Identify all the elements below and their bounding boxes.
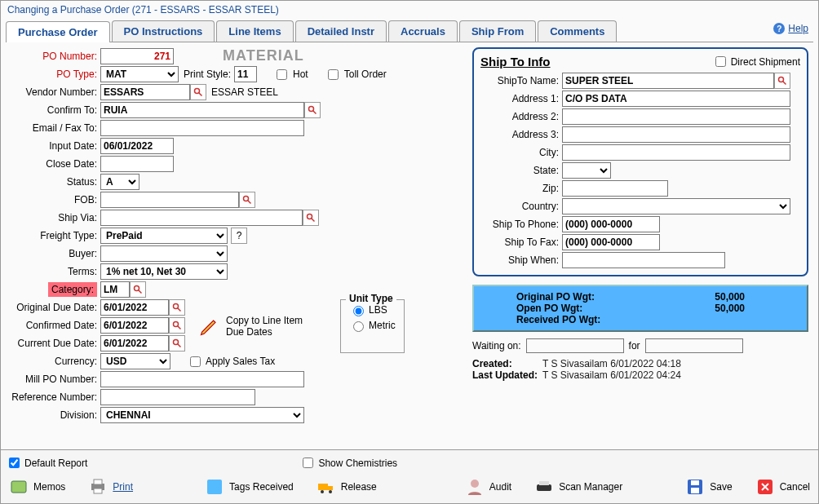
orig-due-input[interactable] bbox=[100, 299, 169, 316]
toll-checkbox[interactable] bbox=[328, 69, 339, 80]
help-label: Help bbox=[788, 23, 808, 34]
print-button[interactable]: Print bbox=[85, 475, 136, 498]
magnifier-icon bbox=[172, 303, 182, 312]
default-report-checkbox[interactable] bbox=[9, 458, 20, 468]
direct-shipment-checkbox-label[interactable]: Direct Shipment bbox=[712, 54, 800, 69]
magnifier-icon bbox=[306, 213, 316, 223]
svg-rect-23 bbox=[318, 484, 328, 490]
waiting-on-input[interactable] bbox=[526, 338, 624, 353]
shipto-zip-input[interactable] bbox=[562, 180, 668, 197]
shipto-when-input[interactable] bbox=[562, 252, 725, 268]
freight-type-label: Freight Type: bbox=[6, 230, 100, 241]
audit-button[interactable]: Audit bbox=[462, 475, 515, 498]
tags-received-button[interactable]: Tags Received bbox=[201, 475, 297, 498]
tab-comments[interactable]: Comments bbox=[538, 20, 617, 42]
terms-select[interactable]: 1% net 10, Net 30 bbox=[100, 263, 228, 280]
svg-point-12 bbox=[174, 322, 179, 327]
open-wgt-value: 50,000 bbox=[715, 303, 745, 314]
fob-lookup-button[interactable] bbox=[239, 192, 255, 208]
curr-due-lookup-button[interactable] bbox=[169, 335, 185, 351]
freight-type-select[interactable]: PrePaid bbox=[100, 228, 228, 244]
magnifier-icon bbox=[308, 105, 317, 115]
shipto-addr1-input[interactable] bbox=[562, 91, 790, 107]
orig-due-lookup-button[interactable] bbox=[169, 299, 185, 316]
memos-button[interactable]: Memos bbox=[6, 475, 69, 498]
scan-manager-button[interactable]: Scan Manager bbox=[531, 475, 626, 498]
bottom-toolbar: Default Report Show Chemistries Memos Pr… bbox=[1, 449, 818, 503]
conf-date-input[interactable] bbox=[100, 317, 169, 334]
release-button[interactable]: Release bbox=[313, 475, 380, 498]
shipto-fax-input[interactable] bbox=[562, 234, 660, 250]
shipto-addr3-input[interactable] bbox=[562, 126, 790, 143]
hot-checkbox[interactable] bbox=[277, 69, 287, 80]
currency-select[interactable]: USD bbox=[100, 353, 170, 369]
ship-via-lookup-button[interactable] bbox=[303, 210, 319, 226]
division-label: Division: bbox=[6, 409, 100, 421]
ship-via-input[interactable] bbox=[100, 210, 303, 226]
help-link[interactable]: ? Help bbox=[773, 23, 808, 34]
unit-metric-radio[interactable]: Metric bbox=[349, 319, 396, 332]
freight-help-button[interactable]: ? bbox=[231, 228, 247, 244]
shipto-name-lookup-button[interactable] bbox=[774, 73, 790, 89]
confirm-to-input[interactable] bbox=[100, 102, 304, 118]
magnifier-icon bbox=[172, 338, 182, 348]
toll-checkbox-label[interactable]: Toll Order bbox=[325, 67, 387, 82]
status-select[interactable]: A bbox=[100, 174, 139, 190]
buyer-select[interactable] bbox=[100, 245, 228, 262]
window-title: Changing a Purchase Order (271 - ESSARS … bbox=[1, 1, 818, 19]
orig-due-label: Original Due Date: bbox=[6, 302, 100, 313]
confirm-to-lookup-button[interactable] bbox=[304, 102, 321, 118]
shipto-name-input[interactable] bbox=[562, 73, 774, 89]
save-button[interactable]: Save bbox=[682, 475, 735, 498]
svg-line-3 bbox=[313, 111, 317, 114]
svg-line-1 bbox=[199, 93, 202, 96]
copy-due-dates-button[interactable]: Copy to Line Item Due Dates bbox=[198, 299, 316, 353]
magnifier-icon bbox=[242, 195, 252, 205]
shipto-addr2-label: Address 2: bbox=[480, 111, 562, 122]
show-chemistries-checkbox[interactable] bbox=[303, 458, 313, 468]
category-input[interactable] bbox=[100, 281, 130, 298]
tab-purchase-order[interactable]: Purchase Order bbox=[6, 21, 110, 42]
status-label: Status: bbox=[6, 176, 100, 188]
vendor-lookup-button[interactable] bbox=[190, 84, 206, 100]
shipto-when-label: Ship When: bbox=[480, 254, 562, 266]
shipto-addr2-input[interactable] bbox=[562, 108, 790, 125]
po-type-select[interactable]: MAT bbox=[100, 66, 179, 82]
apply-tax-checkbox[interactable] bbox=[190, 356, 201, 367]
shipto-city-input[interactable] bbox=[562, 144, 790, 161]
fob-input[interactable] bbox=[100, 192, 239, 208]
shipto-country-select[interactable] bbox=[562, 198, 790, 214]
tab-accruals[interactable]: Accruals bbox=[388, 20, 458, 42]
shipto-phone-label: Ship To Phone: bbox=[480, 219, 562, 230]
hot-checkbox-label[interactable]: Hot bbox=[273, 67, 308, 82]
tab-po-instructions[interactable]: PO Instructions bbox=[112, 20, 215, 42]
email-fax-input[interactable] bbox=[100, 120, 304, 136]
ref-num-input[interactable] bbox=[100, 389, 255, 405]
division-select[interactable]: CHENNAI bbox=[100, 407, 304, 423]
mill-po-input[interactable] bbox=[100, 371, 304, 387]
default-report-checkbox-label[interactable]: Default Report bbox=[6, 455, 87, 471]
input-date-field[interactable] bbox=[100, 138, 174, 154]
shipto-state-select[interactable] bbox=[562, 162, 611, 179]
updated-value: T S Sivasailam 6/01/2022 04:24 bbox=[542, 369, 681, 381]
unit-lbs-radio[interactable]: LBS bbox=[349, 303, 387, 316]
waiting-for-input[interactable] bbox=[645, 338, 743, 353]
conf-date-lookup-button[interactable] bbox=[169, 317, 185, 334]
tab-detailed-instr[interactable]: Detailed Instr bbox=[295, 20, 387, 42]
category-lookup-button[interactable] bbox=[130, 281, 146, 298]
shipto-phone-input[interactable] bbox=[562, 216, 660, 232]
vendor-number-input[interactable] bbox=[100, 84, 190, 100]
svg-line-5 bbox=[248, 201, 251, 204]
po-number-input[interactable] bbox=[100, 48, 174, 64]
show-chemistries-checkbox-label[interactable]: Show Chemistries bbox=[299, 455, 397, 471]
curr-due-input[interactable] bbox=[100, 335, 169, 351]
curr-due-label: Current Due Date: bbox=[6, 338, 100, 349]
print-style-input[interactable] bbox=[234, 66, 257, 82]
direct-shipment-checkbox[interactable] bbox=[715, 56, 726, 67]
cancel-button[interactable]: Cancel bbox=[752, 475, 813, 498]
close-date-field[interactable] bbox=[100, 156, 174, 172]
tab-ship-from[interactable]: Ship From bbox=[459, 20, 536, 42]
created-label: Created: bbox=[472, 358, 538, 369]
apply-tax-checkbox-label[interactable]: Apply Sales Tax bbox=[187, 354, 275, 369]
tab-line-items[interactable]: Line Items bbox=[216, 20, 293, 42]
